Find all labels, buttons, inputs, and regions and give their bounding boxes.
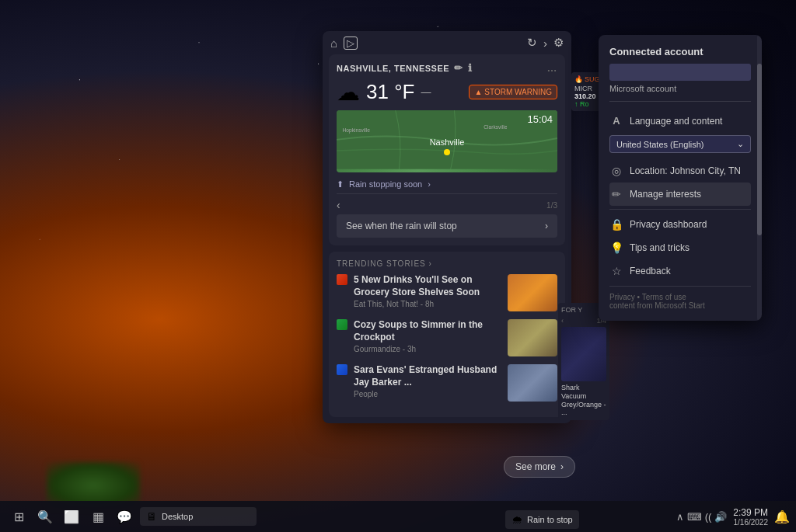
settings-account-bar <box>609 64 751 81</box>
story-2-source-name: Gourmandize <box>354 345 400 353</box>
story-item-1[interactable]: 5 New Drinks You'll See on Grocery Store… <box>337 274 557 311</box>
rain-icon: 🌧 <box>511 513 522 526</box>
tray-wifi-icon[interactable]: (( <box>705 511 712 523</box>
taskbar-center: 🖥 Desktop <box>140 507 673 526</box>
footer-content-text: content from Microsoft Start <box>609 301 751 310</box>
footer-terms-link[interactable]: Terms of use <box>642 293 686 301</box>
alert-icon: ▲ <box>474 88 482 96</box>
play-icon[interactable]: ▷ <box>344 37 358 50</box>
language-dropdown[interactable]: United States (English) ⌄ <box>609 135 751 153</box>
footer-privacy-link[interactable]: Privacy <box>609 293 635 301</box>
weather-nav: ‹ 1/3 <box>337 199 557 211</box>
nav-counter: 1/3 <box>546 201 557 210</box>
foryou-header-text: FOR Y <box>561 306 582 314</box>
weather-card: NASHVILLE, TENNESSEE ✏ ℹ … ☁ 31 °F — ▲ S… <box>329 54 565 245</box>
see-more-button[interactable]: See more › <box>504 456 575 478</box>
tray-icons: ∧ ⌨ (( 🔊 <box>676 511 728 523</box>
weather-see-when-cta[interactable]: See when the rain will stop › <box>337 214 557 238</box>
foryou-card[interactable]: FOR Y ‹ 1/4 Shark Vacuum Grey/Orange - .… <box>558 303 609 420</box>
start-button[interactable]: ⊞ <box>6 504 31 529</box>
settings-tips-item[interactable]: 💡 Tips and tricks <box>609 236 751 259</box>
story-3-source-name: People <box>354 390 378 398</box>
story-3-source-icon <box>337 364 347 375</box>
story-3-thumb <box>508 364 557 402</box>
dropdown-chevron-icon: ⌄ <box>737 139 744 149</box>
foryou-image <box>561 327 606 381</box>
story-2-title: Cozy Soups to Simmer in the Crockpot <box>354 319 501 343</box>
story-2-thumb <box>508 319 557 356</box>
nav-prev[interactable]: ‹ <box>337 199 340 211</box>
story-1-source: Eat This, Not That! - 8h <box>354 300 501 308</box>
taskbar-left: ⊞ 🔍 ⬜ ▦ 💬 <box>6 504 137 529</box>
story-3-text: Sara Evans' Estranged Husband Jay Barker… <box>354 364 501 398</box>
see-more-label: See more <box>515 461 556 472</box>
settings-panel: Connected account Microsoft account A La… <box>599 35 762 321</box>
tips-icon: 💡 <box>609 242 623 254</box>
settings-divider-1 <box>609 209 751 210</box>
settings-language-item[interactable]: A Language and content <box>609 110 751 132</box>
foryou-title: Shark Vacuum Grey/Orange - ... <box>561 384 606 417</box>
forward-icon[interactable]: › <box>543 37 547 50</box>
story-2-time: 3h <box>407 345 416 353</box>
story-3-source: People <box>354 390 501 398</box>
tray-caret-icon[interactable]: ∧ <box>676 511 684 523</box>
settings-privacy-dashboard-item[interactable]: 🔒 Privacy dashboard <box>609 213 751 236</box>
story-1-thumb <box>508 274 557 311</box>
svg-text:Hopkinsville: Hopkinsville <box>343 127 371 134</box>
tray-keyboard-icon[interactable]: ⌨ <box>687 511 702 523</box>
taskbar-right: ∧ ⌨ (( 🔊 2:39 PM 1/16/2022 🔔 <box>676 507 790 527</box>
settings-location-item[interactable]: ◎ Location: Johnson City, TN <box>609 159 751 183</box>
settings-feedback-item[interactable]: ☆ Feedback <box>609 259 751 283</box>
clock-time: 2:39 PM <box>733 507 768 518</box>
story-item-3[interactable]: Sara Evans' Estranged Husband Jay Barker… <box>337 364 557 402</box>
clock[interactable]: 2:39 PM 1/16/2022 <box>733 507 768 527</box>
refresh-icon[interactable]: ↻ <box>527 36 537 50</box>
weather-rain-cta[interactable]: ⬆ Rain stopping soon › <box>337 176 557 194</box>
trending-header[interactable]: TRENDING STORIES › <box>337 259 557 268</box>
map-dot <box>444 149 450 155</box>
privacy-dashboard-label: Privacy dashboard <box>630 219 707 230</box>
story-3-title: Sara Evans' Estranged Husband Jay Barker… <box>354 364 501 388</box>
story-1-text: 5 New Drinks You'll See on Grocery Store… <box>354 274 501 308</box>
manage-interests-label: Manage interests <box>630 189 701 200</box>
location-label: Location: Johnson City, TN <box>630 165 741 176</box>
language-icon: A <box>609 115 623 127</box>
story-2-source: Gourmandize - 3h <box>354 345 501 353</box>
tray-volume-icon[interactable]: 🔊 <box>714 511 727 523</box>
settings-manage-interests-item[interactable]: ✏ Manage interests <box>609 183 751 206</box>
foryou-prev[interactable]: ‹ <box>561 317 564 325</box>
home-icon[interactable]: ⌂ <box>330 37 337 50</box>
chat-icon[interactable]: 💬 <box>112 504 137 529</box>
settings-scrollbar[interactable] <box>757 35 762 321</box>
settings-footer: Privacy • Terms of use content from Micr… <box>609 293 751 310</box>
rain-label: Rain stopping soon <box>349 179 422 189</box>
feedback-icon: ☆ <box>609 265 623 277</box>
search-taskbar-icon[interactable]: 🔍 <box>33 504 58 529</box>
temp-value: 31 °F <box>366 80 414 104</box>
taskbar-app-rain[interactable]: 🌧 Rain to stop <box>505 510 579 529</box>
story-item-2[interactable]: Cozy Soups to Simmer in the Crockpot Gou… <box>337 319 557 356</box>
language-dropdown-value: United States (English) <box>616 140 704 149</box>
notification-center-icon[interactable]: 🔔 <box>774 509 790 524</box>
task-view-icon[interactable]: ⬜ <box>59 504 84 529</box>
tips-label: Tips and tricks <box>630 242 690 253</box>
taskbar-app-desktop[interactable]: 🖥 Desktop <box>140 507 257 526</box>
desktop-label: Desktop <box>162 512 193 521</box>
weather-map: Hopkinsville Clarksville 15:04 Nashville <box>337 110 557 172</box>
taskbar: ⊞ 🔍 ⬜ ▦ 💬 🖥 Desktop 🌧 Rain to stop ∧ ⌨ (… <box>0 501 796 532</box>
trending-header-text: TRENDING STORIES › <box>337 259 432 268</box>
panel-toolbar: ⌂ ▷ ↻ › ⚙ <box>323 31 571 54</box>
story-2-text: Cozy Soups to Simmer in the Crockpot Gou… <box>354 319 501 353</box>
widgets-icon[interactable]: ▦ <box>86 504 110 529</box>
svg-text:Clarksville: Clarksville <box>484 124 507 130</box>
settings-panel-title: Connected account <box>609 46 751 57</box>
map-time: 15:04 <box>527 113 553 125</box>
story-1-source-name: Eat This, Not That! <box>354 300 418 308</box>
manage-interests-icon: ✏ <box>609 188 623 200</box>
weather-temp: ☁ 31 °F — <box>337 78 431 106</box>
story-2-source-icon <box>337 319 347 330</box>
settings-icon[interactable]: ⚙ <box>553 36 564 50</box>
story-1-time: 8h <box>425 300 434 308</box>
cta-label: See when the rain will stop <box>346 221 457 231</box>
settings-ms-account-label[interactable]: Microsoft account <box>609 84 751 102</box>
